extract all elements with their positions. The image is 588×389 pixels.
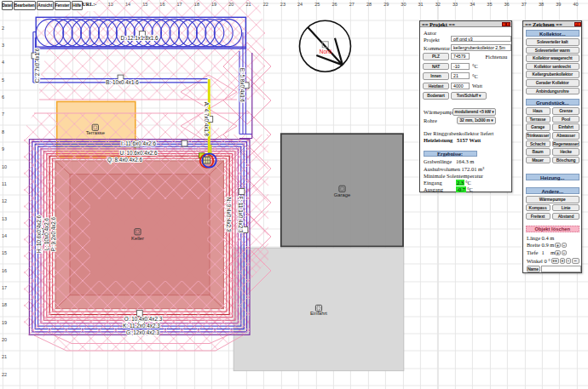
svg-text:Nord: Nord <box>320 49 331 54</box>
svg-text:Garage: Garage <box>334 192 350 197</box>
svg-text:L: 10x0.4x2.6: L: 10x0.4x2.6 <box>43 218 49 250</box>
svg-text:C: 2.7x0.4x1.6: C: 2.7x0.4x1.6 <box>34 48 40 83</box>
svg-text:A: 4.7x0.4x1.8: A: 4.7x0.4x1.8 <box>204 102 210 137</box>
svg-text:Einfahrt: Einfahrt <box>310 311 327 316</box>
svg-text:H: 10.6x0.4x2.6: H: 10.6x0.4x2.6 <box>36 215 42 253</box>
svg-text:Terrasse: Terrasse <box>86 130 105 135</box>
svg-text:B: 10x0.4x1.6: B: 10x0.4x1.6 <box>106 79 139 85</box>
svg-text:O: 10.4x0.4x2.3: O: 10.4x0.4x2.3 <box>124 316 163 322</box>
svg-text:E: 5.8x0.4x1.6: E: 5.8x0.4x1.6 <box>239 68 245 103</box>
svg-text:Keller: Keller <box>131 236 144 241</box>
svg-text:K: 11.2x0.4x2.3: K: 11.2x0.4x2.3 <box>123 323 160 329</box>
svg-text:D: 12.1x1.8x1.6: D: 12.1x1.8x1.6 <box>120 35 159 41</box>
svg-text:Q: 8.4x0.4x2.6: Q: 8.4x0.4x2.6 <box>107 157 142 163</box>
svg-text:I: 11.6x0.4x2.6: I: 11.6x0.4x2.6 <box>121 140 156 146</box>
svg-text:F: 11.1x0.4x2.3: F: 11.1x0.4x2.3 <box>238 197 244 233</box>
svg-text:P: 9.2x0.4x2.6: P: 9.2x0.4x2.6 <box>50 216 56 251</box>
svg-text:G: 12x0.4x2.3: G: 12x0.4x2.3 <box>126 329 160 335</box>
svg-text:N: 9.4x0.4x2.3: N: 9.4x0.4x2.3 <box>226 197 232 232</box>
svg-text:U: 10.6x0.4x2.6: U: 10.6x0.4x2.6 <box>119 150 158 156</box>
